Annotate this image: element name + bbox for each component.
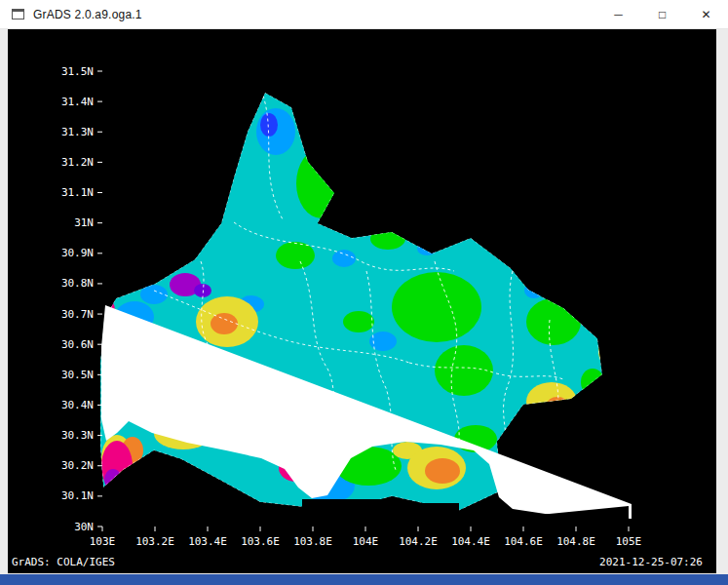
contour-blob-green [343,311,374,332]
x-tick-label: 103E [90,535,116,548]
y-tick-label: 31.2N [61,156,94,169]
titlebar: GrADS 2.0.a9.oga.1 ─ □ ✕ [0,0,728,29]
y-tick-label: 30.3N [61,429,94,442]
y-tick-label: 30.9N [61,247,94,259]
x-tick-label: 105E [616,535,642,548]
contour-blob-yellow [401,215,424,233]
contour-blob-green [296,148,347,218]
contour-blob-light_blue [589,301,606,323]
x-tick-label: 104E [353,535,379,548]
x-tick-label: 103.4E [188,535,227,548]
app-icon [12,9,24,20]
x-tick-label: 104.2E [399,535,438,548]
x-tick-label: 103.2E [135,535,174,548]
y-tick-label: 31.3N [61,126,94,138]
contour-blob-orange [547,397,568,412]
contour-blob-violet [194,284,211,297]
x-tick-label: 104.6E [504,535,543,548]
contour-blob-green [435,345,493,396]
y-tick-label: 30.8N [61,277,94,290]
y-tick-label: 30.6N [61,338,94,351]
no-data-patch [102,498,157,526]
y-tick-label: 30N [74,521,94,533]
contour-blob-green [581,369,604,396]
contour-blob-yellow [598,334,622,368]
close-button[interactable]: ✕ [684,0,728,28]
contour-blob-green [276,242,315,269]
minimize-button[interactable]: ─ [596,0,640,28]
window-title: GrADS 2.0.a9.oga.1 [33,8,142,21]
y-tick-label: 30.2N [61,459,94,472]
contour-map-svg: 103E103.2E103.4E103.6E103.8E104E104.2E10… [8,29,716,573]
grads-canvas: 103E103.2E103.4E103.6E103.8E104E104.2E10… [8,29,716,573]
contour-blob-light_blue [140,285,168,304]
contour-blob-purple [104,469,122,490]
no-data-patch [302,499,386,526]
contour-blob-yellow [526,382,577,421]
y-tick-label: 30.1N [61,489,94,502]
grads-credit: GrADS: COLA/IGES [12,556,115,568]
y-tick-label: 30.5N [61,369,94,381]
contour-blob-light_blue [417,242,437,255]
y-tick-label: 31N [74,216,94,229]
contour-blob-yellow [499,243,518,256]
y-tick-label: 31.4N [61,96,94,108]
contour-blob-orange [606,345,618,363]
contour-blob-yellow_green [492,236,527,261]
maximize-button[interactable]: □ [640,0,684,28]
grads-window: GrADS 2.0.a9.oga.1 ─ □ ✕ 103E103.2E103.4… [0,0,728,585]
x-tick-label: 103.8E [293,535,332,548]
y-tick-label: 30.4N [61,399,94,411]
y-tick-label: 31.1N [61,186,94,199]
contour-blob-green [370,228,405,250]
plot-timestamp: 2021-12-25-07:26 [599,556,703,568]
contour-blob-light_blue [524,283,544,298]
y-tick-label: 31.5N [61,65,94,78]
window-controls: ─ □ ✕ [596,0,728,28]
x-tick-label: 104.8E [556,535,595,548]
contour-blob-orange [425,458,460,484]
contour-blob-green [526,298,581,345]
x-tick-label: 103.6E [241,535,280,548]
contour-blob-green [392,272,481,342]
taskbar-strip [0,574,728,585]
x-tick-label: 104.4E [451,535,490,548]
no-data-patch [419,503,459,526]
no-data-patch [191,508,227,526]
y-tick-label: 30.7N [61,308,94,321]
contour-blob-orange [211,313,238,334]
contour-blob-light_blue [332,250,356,267]
